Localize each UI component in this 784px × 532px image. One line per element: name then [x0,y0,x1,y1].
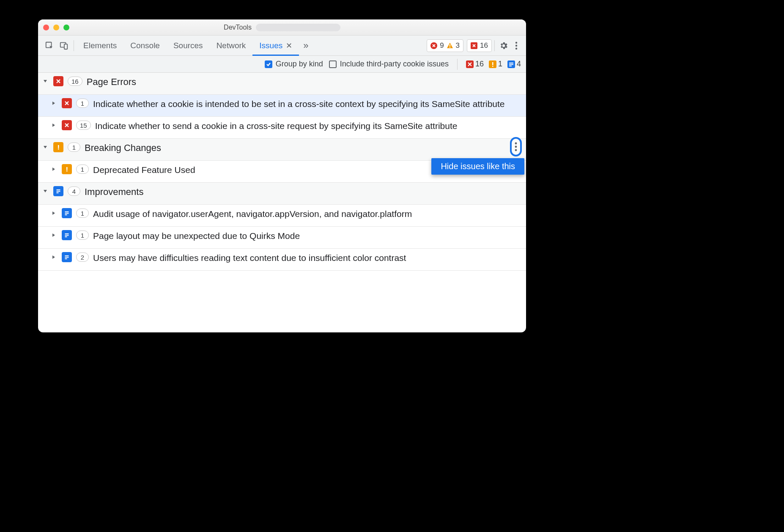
info-badge-icon [507,60,515,68]
issue-label: Improvements [85,185,520,198]
more-tabs-button[interactable]: » [299,40,313,51]
window-title-text: DevTools [224,24,252,31]
issue-category-row[interactable]: 1Breaking Changes [38,139,526,161]
svg-rect-36 [65,233,69,234]
svg-rect-34 [65,214,67,215]
svg-point-44 [515,146,517,148]
expand-arrow-icon[interactable] [41,185,49,197]
tab-console[interactable]: Console [123,36,167,56]
checkbox-icon [265,60,272,68]
svg-rect-12 [492,62,493,65]
svg-rect-13 [492,66,493,67]
settings-button[interactable] [497,39,510,52]
issue-kind-icon [53,186,63,196]
expand-arrow-icon[interactable] [50,207,58,219]
issue-counts: 16 1 4 [466,60,521,69]
error-circle-icon [430,42,437,49]
expand-arrow-icon[interactable] [41,75,49,87]
tab-elements[interactable]: Elements [77,36,123,56]
svg-rect-25 [66,167,68,170]
svg-point-8 [515,44,517,46]
issue-row[interactable]: 1Indicate whether a cookie is intended t… [38,95,526,117]
console-status-pill[interactable]: 9 3 [427,39,463,52]
svg-rect-16 [509,64,513,65]
issue-row-menu-button[interactable] [510,137,522,156]
issue-kind-icon [62,208,72,218]
issue-count-badge: 1 [76,230,89,240]
issue-kind-icon [62,120,72,130]
tab-sources[interactable]: Sources [167,36,210,56]
issue-kind-icon [53,76,63,86]
zoom-window-button[interactable] [63,25,69,30]
warning-badge-icon [489,60,496,68]
window-title-url-pill [256,24,340,31]
kebab-icon [515,142,517,152]
window-title: DevTools [38,24,526,31]
device-toolbar-button[interactable] [57,38,71,53]
issue-label: Page layout may be unexpected due to Qui… [93,229,520,241]
kebab-icon [515,41,518,50]
svg-rect-2 [64,44,67,49]
expand-arrow-icon[interactable] [50,97,58,109]
issue-kind-icon [62,98,72,108]
group-by-kind-checkbox[interactable]: Group by kind [265,60,323,69]
issue-category-row[interactable]: 16Page Errors [38,73,526,95]
inspect-element-button[interactable] [42,38,57,53]
issue-count-badge: 4 [68,186,80,196]
svg-rect-5 [450,47,450,48]
svg-rect-41 [65,257,69,258]
svg-rect-26 [66,170,68,172]
error-count[interactable]: 16 [466,60,484,69]
issue-label: Breaking Changes [85,141,520,154]
issue-kind-icon [62,230,72,240]
tab-network[interactable]: Network [210,36,253,56]
include-third-party-checkbox[interactable]: Include third-party cookie issues [329,60,449,69]
svg-rect-32 [65,211,69,212]
svg-point-45 [515,149,517,151]
issue-count-badge: 16 [68,77,82,86]
issue-row[interactable]: 1Audit usage of navigator.userAgent, nav… [38,205,526,227]
warning-count[interactable]: 1 [489,60,502,69]
devtools-window: DevTools Elements Console Sources Networ… [38,19,526,332]
issue-row[interactable]: 15Indicate whether to send a cookie in a… [38,117,526,139]
issue-kind-icon [62,252,72,262]
expand-arrow-icon[interactable] [50,251,58,263]
titlebar: DevTools [38,19,526,36]
svg-rect-4 [450,44,450,47]
svg-rect-37 [65,235,69,236]
svg-point-9 [515,47,517,49]
expand-arrow-icon[interactable] [50,229,58,241]
svg-rect-15 [509,63,513,63]
tab-issues[interactable]: Issues ✕ [252,36,299,56]
svg-rect-23 [58,148,59,150]
issues-status-pill[interactable]: 16 [467,39,492,52]
hide-issues-context-menu[interactable]: Hide issues like this [431,158,524,175]
issue-label: Users may have difficulties reading text… [93,251,520,263]
main-menu-button[interactable] [510,39,523,52]
info-count[interactable]: 4 [507,60,521,69]
toolbar-separator [494,40,495,51]
expand-arrow-icon[interactable] [50,119,58,131]
issue-kind-icon [53,142,63,152]
issue-row[interactable]: 2Users may have difficulties reading tex… [38,249,526,271]
issue-row[interactable]: 1Page layout may be unexpected due to Qu… [38,227,526,249]
filter-separator [457,59,458,70]
svg-rect-40 [65,255,69,256]
expand-arrow-icon[interactable] [50,163,58,175]
error-square-icon [471,42,477,49]
issue-count-badge: 2 [76,252,89,262]
close-tab-icon[interactable]: ✕ [286,41,292,50]
issue-count-badge: 1 [76,99,89,108]
warning-triangle-icon [447,42,453,49]
svg-rect-28 [57,189,60,190]
issue-category-row[interactable]: 4Improvements [38,183,526,205]
issue-label: Page Errors [87,75,520,88]
issue-label: Indicate whether to send a cookie in a c… [95,119,520,132]
svg-rect-22 [58,145,59,148]
svg-rect-42 [65,258,67,259]
issue-label: Indicate whether a cookie is intended to… [93,97,520,110]
expand-arrow-icon[interactable] [41,141,49,153]
issues-list: 16Page Errors1Indicate whether a cookie … [38,73,526,271]
minimize-window-button[interactable] [53,25,59,30]
close-window-button[interactable] [43,25,49,30]
